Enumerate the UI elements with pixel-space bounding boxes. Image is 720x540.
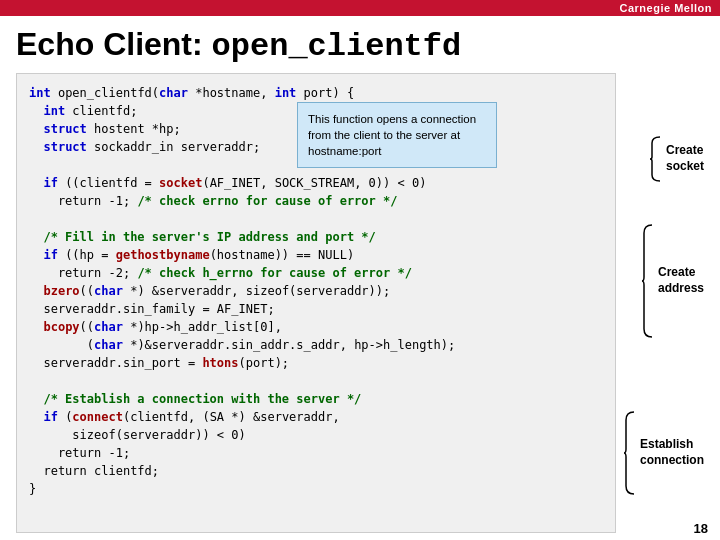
create-address-label: Createaddress [654, 265, 704, 296]
annotation-establish-connection: Establishconnection [622, 408, 704, 498]
right-panel: Createsocket Createaddress Establishconn… [616, 73, 704, 533]
brace-address-icon [640, 221, 654, 341]
annotation-create-socket: Createsocket [648, 135, 704, 183]
title-prefix: Echo Client: [16, 26, 212, 62]
page-title: Echo Client: open_clientfd [0, 16, 720, 73]
header-bar: Carnegie Mellon [0, 0, 720, 16]
tooltip-text: This function opens a connection from th… [308, 113, 476, 157]
annotation-create-address: Createaddress [640, 221, 704, 341]
university-name: Carnegie Mellon [620, 2, 712, 14]
create-socket-label: Createsocket [662, 143, 704, 174]
title-function: open_clientfd [212, 28, 462, 65]
code-block: int open_clientfd(char *hostname, int po… [16, 73, 616, 533]
tooltip-box: This function opens a connection from th… [297, 102, 497, 168]
brace-socket-icon [648, 135, 662, 183]
page-number: 18 [694, 521, 708, 536]
brace-connection-icon [622, 408, 636, 498]
establish-connection-label: Establishconnection [636, 437, 704, 468]
main-content: int open_clientfd(char *hostname, int po… [0, 73, 720, 533]
